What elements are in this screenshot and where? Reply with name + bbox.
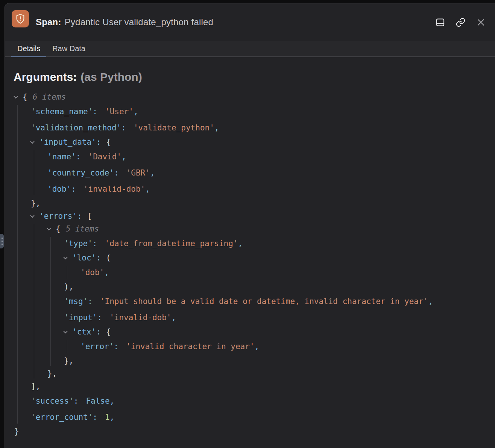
grip-dots-icon bbox=[2, 238, 3, 245]
tree-comma: , bbox=[110, 413, 115, 422]
tree-item-count: 5 items bbox=[66, 224, 99, 233]
dock-panel-button[interactable] bbox=[434, 16, 446, 28]
tree-row: {6 items bbox=[5, 91, 495, 103]
tree-comma: , bbox=[110, 397, 115, 406]
tree-row: 'dob':'invalid-dob', bbox=[5, 181, 495, 197]
panel-title: Span: Pydantic User validate_python fail… bbox=[36, 3, 213, 41]
tree-row: ), bbox=[5, 280, 495, 293]
tree-value: 'Input should be a valid date or datetim… bbox=[100, 297, 428, 306]
tree-key: 'ctx': bbox=[72, 327, 101, 336]
chevron-down-icon[interactable] bbox=[64, 330, 72, 333]
tree-row: 'validation_method':'validate_python', bbox=[5, 120, 495, 136]
indent-guide bbox=[50, 237, 51, 366]
arguments-heading: Arguments:(as Python) bbox=[14, 71, 142, 83]
span-kind-label: Span: bbox=[36, 17, 61, 27]
tree-comma: , bbox=[150, 168, 155, 177]
indent-guide bbox=[17, 105, 18, 424]
arguments-heading-suffix: (as Python) bbox=[80, 71, 142, 83]
shield-alert-icon bbox=[12, 10, 29, 27]
tree-row: }, bbox=[5, 197, 495, 210]
tree-row: 'errors':[ bbox=[5, 210, 495, 222]
tree-key: 'loc': bbox=[72, 253, 101, 262]
tree-key: 'name': bbox=[47, 152, 81, 161]
tree-comma: , bbox=[255, 342, 260, 351]
tree-punctuation: { bbox=[106, 327, 111, 336]
close-icon bbox=[476, 18, 486, 27]
tree-punctuation: }, bbox=[47, 369, 57, 378]
tree-key: 'msg': bbox=[64, 297, 93, 306]
tree-row: }, bbox=[5, 354, 495, 367]
tree-comma: , bbox=[121, 152, 126, 161]
tree-value: 'validate_python' bbox=[134, 123, 214, 132]
tree-key: 'validation_method': bbox=[31, 123, 126, 132]
tree-value: 'invalid-dob' bbox=[84, 185, 145, 194]
tree-value: 1 bbox=[105, 413, 110, 422]
tree-punctuation: } bbox=[14, 427, 19, 436]
chevron-down-icon[interactable] bbox=[47, 227, 56, 230]
tree-key: 'errors': bbox=[39, 212, 82, 221]
tree-value: 'date_from_datetime_parsing' bbox=[105, 239, 238, 248]
tree-key: 'error_count': bbox=[31, 413, 97, 422]
tree-comma: , bbox=[104, 268, 109, 277]
tab-details[interactable]: Details bbox=[11, 41, 46, 57]
tree-punctuation: { bbox=[56, 224, 61, 233]
tree-key: 'schema_name': bbox=[31, 107, 97, 116]
tree-row: 'input':'invalid-dob', bbox=[5, 309, 495, 325]
tree-row: 'loc':( bbox=[5, 251, 495, 264]
indent-guide bbox=[67, 266, 67, 279]
tree-row: 'schema_name':'User', bbox=[5, 103, 495, 120]
copy-link-button[interactable] bbox=[454, 16, 466, 28]
tree-row: 'error_count':1, bbox=[5, 409, 495, 425]
header-actions bbox=[434, 3, 487, 41]
tree-punctuation: ), bbox=[64, 282, 73, 291]
tree-row: } bbox=[5, 425, 495, 438]
link-icon bbox=[456, 17, 466, 27]
tree-value: 'User' bbox=[105, 107, 134, 116]
panel-resize-handle[interactable] bbox=[0, 234, 4, 248]
chevron-down-icon[interactable] bbox=[64, 256, 72, 259]
tree-punctuation: [ bbox=[87, 212, 92, 221]
tree-comma: , bbox=[214, 123, 219, 132]
span-detail-panel: Span: Pydantic User validate_python fail… bbox=[5, 3, 495, 448]
tree-value: 'David' bbox=[88, 152, 122, 161]
close-button[interactable] bbox=[475, 16, 487, 28]
tree-row: 'type':'date_from_datetime_parsing', bbox=[5, 235, 495, 251]
tree-row: 'country_code':'GBR', bbox=[5, 165, 495, 181]
tree-row: 'name':'David', bbox=[5, 148, 495, 165]
tree-key: 'dob': bbox=[47, 185, 76, 194]
json-tree-rows: {6 items'schema_name':'User','validation… bbox=[5, 91, 495, 438]
indent-guide bbox=[34, 224, 34, 378]
tree-key: 'input': bbox=[64, 313, 102, 322]
chevron-down-icon[interactable] bbox=[31, 215, 39, 218]
tree-value: 'dob' bbox=[80, 268, 104, 277]
tree-value: 'invalid-dob' bbox=[109, 313, 171, 322]
tree-punctuation: ( bbox=[106, 253, 111, 262]
tree-punctuation: }, bbox=[31, 199, 40, 208]
tree-comma: , bbox=[172, 313, 176, 322]
tree-item-count: 6 items bbox=[33, 92, 66, 101]
tree-comma: , bbox=[428, 297, 433, 306]
tree-row: 'ctx':{ bbox=[5, 325, 495, 338]
chevron-down-icon[interactable] bbox=[14, 95, 23, 98]
details-content: Arguments:(as Python) {6 items'schema_na… bbox=[5, 57, 495, 448]
tree-row: 'success':False, bbox=[5, 393, 495, 409]
tree-key: 'type': bbox=[64, 239, 97, 248]
tree-row: }, bbox=[5, 367, 495, 380]
dock-panel-icon bbox=[435, 17, 445, 27]
tree-row: 'msg':'Input should be a valid date or d… bbox=[5, 293, 495, 309]
tree-value: 'invalid character in year' bbox=[126, 342, 254, 351]
arguments-heading-strong: Arguments: bbox=[14, 71, 77, 83]
tree-row: {5 items bbox=[5, 222, 495, 235]
tab-raw-data[interactable]: Raw Data bbox=[46, 41, 91, 57]
tree-punctuation: ], bbox=[31, 382, 40, 391]
span-title-text: Pydantic User validate_python failed bbox=[65, 17, 213, 27]
tree-key: 'success': bbox=[31, 397, 78, 406]
chevron-down-icon[interactable] bbox=[31, 141, 39, 144]
tree-comma: , bbox=[134, 107, 138, 116]
tree-punctuation: }, bbox=[64, 356, 73, 365]
tree-value: False bbox=[86, 397, 109, 406]
tree-row: ], bbox=[5, 380, 495, 393]
tree-key: 'input_data': bbox=[39, 138, 101, 147]
tree-comma: , bbox=[145, 185, 150, 194]
json-tree: {6 items'schema_name':'User','validation… bbox=[5, 91, 495, 438]
